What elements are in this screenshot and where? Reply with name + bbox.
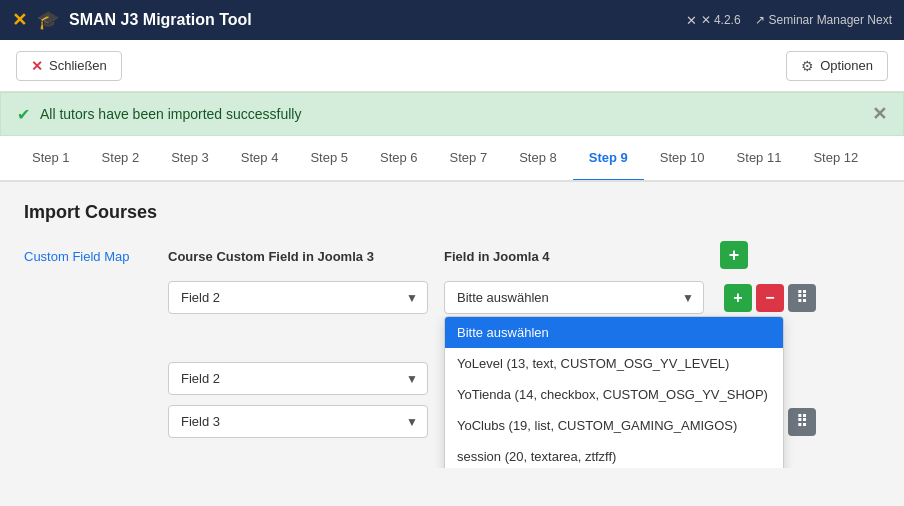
toolbar-right: ⚙ Optionen bbox=[786, 51, 888, 81]
field-map-section: Custom Field Map Course Custom Field in … bbox=[24, 241, 880, 448]
j3-select-wrapper-3: Field 1 Field 2 Field 3 Field 4 ▼ bbox=[168, 405, 428, 438]
dropdown-open-1: Bitte auswählen YoLevel (13, text, CUSTO… bbox=[444, 316, 784, 468]
dropdown-option-1-3[interactable]: YoClubs (19, list, CUSTOM_GAMING_AMIGOS) bbox=[445, 410, 783, 441]
version-text: ✕ 4.2.6 bbox=[701, 13, 741, 27]
toolbar-left: ✕ Schließen bbox=[16, 51, 122, 81]
step-tab-10[interactable]: Step 10 bbox=[644, 136, 721, 182]
j4-select-wrapper-1: Bitte auswählen YoLevel (13, text, CUSTO… bbox=[444, 281, 704, 314]
toolbar: ✕ Schließen ⚙ Optionen bbox=[0, 40, 904, 92]
step-tab-3[interactable]: Step 3 bbox=[155, 136, 225, 182]
j3-select-2[interactable]: Field 1 Field 2 Field 3 Field 4 bbox=[168, 362, 428, 395]
dropdown-option-1-4[interactable]: session (20, textarea, ztfzff) bbox=[445, 441, 783, 468]
close-label: Schließen bbox=[49, 58, 107, 73]
j4-dropdown-container-1: Bitte auswählen YoLevel (13, text, CUSTO… bbox=[444, 281, 704, 314]
field-map-content: Course Custom Field in Joomla 3 Field in… bbox=[168, 241, 880, 448]
row-3-move-button[interactable]: ⠿ bbox=[788, 408, 816, 436]
dropdown-option-1-0[interactable]: Bitte auswählen bbox=[445, 317, 783, 348]
version-icon: ✕ bbox=[686, 13, 697, 28]
step-tab-1[interactable]: Step 1 bbox=[16, 136, 86, 182]
dropdown-option-1-2[interactable]: YoTienda (14, checkbox, CUSTOM_OSG_YV_SH… bbox=[445, 379, 783, 410]
row-1-remove-button[interactable]: − bbox=[756, 284, 784, 312]
step-tab-7[interactable]: Step 7 bbox=[434, 136, 504, 182]
topbar: ✕ 🎓 SMAN J3 Migration Tool ✕ ✕ 4.2.6 ↗ S… bbox=[0, 0, 904, 40]
step-tab-6[interactable]: Step 6 bbox=[364, 136, 434, 182]
alert-left: ✔ All tutors have been imported successf… bbox=[17, 105, 301, 124]
step-tab-5[interactable]: Step 5 bbox=[294, 136, 364, 182]
alert-close-button[interactable]: ✕ bbox=[872, 103, 887, 125]
step-tab-12[interactable]: Step 12 bbox=[797, 136, 874, 182]
field-row-1: Field 1 Field 2 Field 3 Field 4 ▼ Bitte … bbox=[168, 281, 880, 314]
steps-nav: Step 1 Step 2 Step 3 Step 4 Step 5 Step … bbox=[0, 136, 904, 182]
row-1-add-button[interactable]: + bbox=[724, 284, 752, 312]
add-row-button-header[interactable]: + bbox=[720, 241, 748, 269]
external-link-icon: ↗ bbox=[755, 13, 765, 27]
col-header-j4: Field in Joomla 4 bbox=[444, 249, 704, 264]
alert-message: All tutors have been imported successful… bbox=[40, 106, 301, 122]
row-1-actions: + − ⠿ bbox=[724, 284, 816, 312]
dropdown-option-1-1[interactable]: YoLevel (13, text, CUSTOM_OSG_YV_LEVEL) bbox=[445, 348, 783, 379]
field-headers: Course Custom Field in Joomla 3 Field in… bbox=[168, 241, 880, 271]
options-label: Optionen bbox=[820, 58, 873, 73]
step-tab-9[interactable]: Step 9 bbox=[573, 136, 644, 182]
success-alert: ✔ All tutors have been imported successf… bbox=[0, 92, 904, 136]
j4-select-1[interactable]: Bitte auswählen YoLevel (13, text, CUSTO… bbox=[444, 281, 704, 314]
header-spacer: + bbox=[720, 241, 748, 271]
field-map-label: Custom Field Map bbox=[24, 241, 144, 448]
main-content: Import Courses Custom Field Map Course C… bbox=[0, 182, 904, 468]
row-1-move-button[interactable]: ⠿ bbox=[788, 284, 816, 312]
step-tab-8[interactable]: Step 8 bbox=[503, 136, 573, 182]
version-badge: ✕ ✕ 4.2.6 bbox=[686, 13, 741, 28]
seminar-link-label: Seminar Manager Next bbox=[769, 13, 892, 27]
close-icon: ✕ bbox=[31, 58, 43, 74]
topbar-right: ✕ ✕ 4.2.6 ↗ Seminar Manager Next bbox=[686, 13, 892, 28]
step-tab-2[interactable]: Step 2 bbox=[86, 136, 156, 182]
seminar-link[interactable]: ↗ Seminar Manager Next bbox=[755, 13, 892, 27]
step-tab-4[interactable]: Step 4 bbox=[225, 136, 295, 182]
check-icon: ✔ bbox=[17, 105, 30, 124]
j3-select-wrapper-1: Field 1 Field 2 Field 3 Field 4 ▼ bbox=[168, 281, 428, 314]
gear-icon: ⚙ bbox=[801, 58, 814, 74]
section-title: Import Courses bbox=[24, 202, 880, 223]
j3-select-3[interactable]: Field 1 Field 2 Field 3 Field 4 bbox=[168, 405, 428, 438]
j3-select-wrapper-2: Field 1 Field 2 Field 3 Field 4 ▼ bbox=[168, 362, 428, 395]
joomla-icon: ✕ bbox=[12, 9, 27, 31]
topbar-left: ✕ 🎓 SMAN J3 Migration Tool bbox=[12, 9, 252, 31]
j3-select-1[interactable]: Field 1 Field 2 Field 3 Field 4 bbox=[168, 281, 428, 314]
close-button[interactable]: ✕ Schließen bbox=[16, 51, 122, 81]
options-button[interactable]: ⚙ Optionen bbox=[786, 51, 888, 81]
app-title: SMAN J3 Migration Tool bbox=[69, 11, 252, 29]
graduation-icon: 🎓 bbox=[37, 9, 59, 31]
col-header-j3: Course Custom Field in Joomla 3 bbox=[168, 249, 428, 264]
step-tab-11[interactable]: Step 11 bbox=[721, 136, 798, 182]
